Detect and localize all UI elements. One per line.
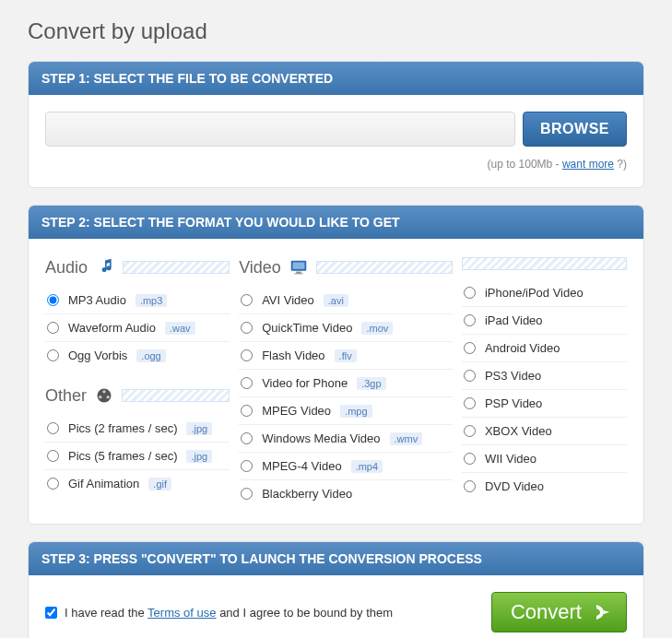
video-option[interactable]: QuickTime Video.mov bbox=[239, 314, 453, 342]
video-option[interactable]: Android Video bbox=[462, 335, 627, 362]
video-radio[interactable] bbox=[241, 294, 253, 306]
audio-option[interactable]: Waveform Audio.wav bbox=[45, 314, 230, 342]
video-radio[interactable] bbox=[241, 349, 253, 361]
other-option[interactable]: Pics (2 frames / sec).jpg bbox=[45, 415, 230, 443]
audio-option[interactable]: Ogg Vorbis.ogg bbox=[45, 342, 230, 369]
video-option[interactable]: Windows Media Video.wmv bbox=[239, 425, 453, 453]
video-radio[interactable] bbox=[464, 287, 476, 299]
terms-checkbox[interactable] bbox=[45, 607, 57, 619]
music-note-icon bbox=[95, 257, 115, 278]
video-label: Video for Phone bbox=[262, 376, 348, 390]
terms-suffix: and I agree to be bound by them bbox=[217, 606, 394, 620]
other-label: Gif Animation bbox=[68, 477, 139, 490]
step1-header: STEP 1: SELECT THE FILE TO BE CONVERTED bbox=[29, 62, 643, 95]
video-format-list-2: iPhone/iPod VideoiPad VideoAndroid Video… bbox=[462, 279, 627, 500]
video-ext-badge: .avi bbox=[324, 294, 348, 307]
svg-rect-6 bbox=[296, 272, 301, 274]
other-format-list: Pics (2 frames / sec).jpgPics (5 frames … bbox=[45, 415, 230, 497]
video-radio[interactable] bbox=[241, 460, 253, 472]
terms-link[interactable]: Terms of use bbox=[147, 606, 216, 620]
step2-header: STEP 2: SELECT THE FORMAT YOU WOULD LIKE… bbox=[29, 206, 643, 239]
video-option[interactable]: MPEG-4 Video.mp4 bbox=[239, 453, 453, 480]
video-label: PSP Video bbox=[485, 396, 542, 410]
other-radio[interactable] bbox=[47, 478, 59, 490]
audio-label: Waveform Audio bbox=[68, 321, 156, 335]
other-section-label: Other bbox=[45, 386, 87, 406]
terms-label[interactable]: I have read the Terms of use and I agree… bbox=[45, 606, 393, 620]
monitor-icon bbox=[289, 257, 309, 278]
video-label: Blackberry Video bbox=[262, 487, 352, 501]
video-option[interactable]: iPhone/iPod Video bbox=[462, 279, 627, 307]
video-label: AVI Video bbox=[262, 293, 314, 307]
audio-option[interactable]: MP3 Audio.mp3 bbox=[45, 287, 230, 314]
audio-ext-badge: .ogg bbox=[136, 349, 165, 362]
terms-prefix: I have read the bbox=[65, 606, 147, 620]
hint-suffix: ?) bbox=[614, 158, 627, 171]
film-reel-icon bbox=[94, 385, 114, 406]
video-radio[interactable] bbox=[241, 405, 253, 417]
svg-point-2 bbox=[99, 396, 101, 398]
video-radio[interactable] bbox=[464, 370, 476, 382]
svg-rect-5 bbox=[292, 263, 304, 269]
svg-point-3 bbox=[107, 396, 110, 398]
want-more-link[interactable]: want more bbox=[562, 158, 614, 171]
video-radio[interactable] bbox=[464, 314, 476, 326]
audio-label: Ogg Vorbis bbox=[68, 349, 127, 362]
convert-arrow-icon bbox=[591, 601, 613, 623]
video-radio[interactable] bbox=[241, 432, 253, 444]
video-option[interactable]: XBOX Video bbox=[462, 418, 627, 445]
video-option[interactable]: PS3 Video bbox=[462, 362, 627, 390]
audio-radio[interactable] bbox=[47, 294, 59, 306]
other-option[interactable]: Gif Animation.gif bbox=[45, 470, 230, 497]
video-label: MPEG-4 Video bbox=[262, 459, 341, 473]
column-video-1: Video AVI Video.aviQuickTime Video.movFl… bbox=[239, 255, 453, 507]
column-video-2: iPhone/iPod VideoiPad VideoAndroid Video… bbox=[462, 255, 627, 507]
video-radio[interactable] bbox=[241, 377, 253, 389]
stripe-decoration bbox=[123, 261, 230, 274]
stripe-decoration bbox=[316, 261, 453, 274]
video-option[interactable]: WII Video bbox=[462, 445, 627, 473]
browse-button[interactable]: BROWSE bbox=[523, 112, 627, 147]
column-audio-other: Audio MP3 Audio.mp3Waveform Audio.wavOgg… bbox=[45, 255, 230, 507]
panel-step1: STEP 1: SELECT THE FILE TO BE CONVERTED … bbox=[28, 61, 644, 188]
video-label: Flash Video bbox=[262, 349, 324, 362]
video-label: DVD Video bbox=[485, 479, 544, 493]
video-ext-badge: .flv bbox=[335, 349, 357, 362]
video-option[interactable]: Flash Video.flv bbox=[239, 342, 453, 370]
video-option[interactable]: iPad Video bbox=[462, 307, 627, 335]
convert-button[interactable]: Convert bbox=[491, 592, 627, 632]
svg-point-1 bbox=[102, 390, 105, 393]
video-radio[interactable] bbox=[464, 480, 476, 492]
video-option[interactable]: Blackberry Video bbox=[239, 480, 453, 507]
other-option[interactable]: Pics (5 frames / sec).jpg bbox=[45, 443, 230, 470]
video-radio[interactable] bbox=[464, 342, 476, 354]
other-radio[interactable] bbox=[47, 450, 59, 462]
upload-hint: (up to 100Mb - want more ?) bbox=[45, 158, 627, 171]
audio-radio[interactable] bbox=[47, 322, 59, 334]
video-ext-badge: .wmv bbox=[390, 432, 423, 445]
video-radio[interactable] bbox=[464, 397, 476, 409]
video-option[interactable]: AVI Video.avi bbox=[239, 287, 453, 314]
video-option[interactable]: PSP Video bbox=[462, 390, 627, 418]
video-radio[interactable] bbox=[464, 453, 476, 465]
hint-prefix: (up to 100Mb - bbox=[488, 158, 562, 171]
other-ext-badge: .jpg bbox=[186, 450, 212, 463]
file-path-input[interactable] bbox=[45, 112, 515, 147]
video-label: Android Video bbox=[485, 341, 560, 355]
video-label: QuickTime Video bbox=[262, 321, 352, 335]
video-option[interactable]: Video for Phone.3gp bbox=[239, 370, 453, 397]
video-radio[interactable] bbox=[464, 425, 476, 437]
video-ext-badge: .mp4 bbox=[351, 460, 383, 473]
video-option[interactable]: MPEG Video.mpg bbox=[239, 397, 453, 425]
video-radio[interactable] bbox=[241, 488, 253, 500]
audio-label: MP3 Audio bbox=[68, 293, 126, 307]
audio-section-label: Audio bbox=[45, 258, 88, 278]
video-option[interactable]: DVD Video bbox=[462, 473, 627, 500]
video-radio[interactable] bbox=[241, 322, 253, 334]
video-ext-badge: .mpg bbox=[340, 405, 371, 418]
convert-button-label: Convert bbox=[511, 600, 582, 624]
other-radio[interactable] bbox=[47, 422, 59, 434]
video-ext-badge: .3gp bbox=[357, 377, 385, 390]
audio-radio[interactable] bbox=[47, 349, 59, 361]
video-section-label: Video bbox=[239, 258, 281, 278]
